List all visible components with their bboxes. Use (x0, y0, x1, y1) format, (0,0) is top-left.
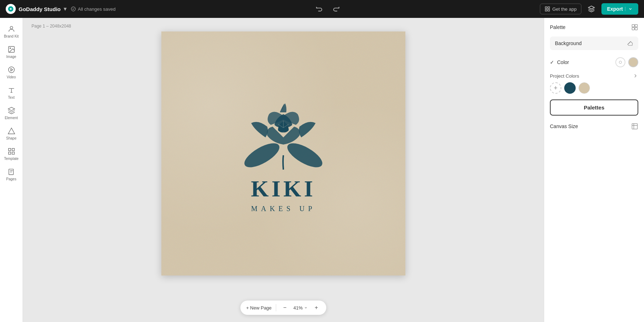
sidebar-item-pages[interactable]: Pages (2, 165, 21, 184)
saved-status: All changes saved (71, 6, 116, 12)
zoom-minus-button[interactable]: − (280, 303, 289, 312)
svg-rect-5 (548, 9, 550, 11)
undo-button[interactable] (313, 3, 325, 15)
sidebar-item-shape[interactable]: Shape (2, 124, 21, 143)
logo[interactable]: GoDaddy Studio ▾ (6, 4, 67, 14)
palette-label: Palette (550, 24, 566, 30)
project-colors-expand[interactable] (633, 73, 638, 79)
palettes-button[interactable]: Palettes (550, 99, 638, 116)
svg-rect-26 (632, 124, 638, 129)
svg-point-1 (71, 7, 75, 11)
svg-point-7 (10, 26, 13, 29)
sidebar-image-label: Image (6, 55, 16, 59)
main-layout: Brand Kit Image Video Text Element (0, 18, 644, 322)
svg-rect-2 (545, 7, 547, 9)
svg-point-17 (241, 138, 283, 172)
project-colors-section: Project Colors + (550, 73, 638, 94)
bottom-bar: + New Page − 41% + (240, 301, 326, 315)
export-button[interactable]: Export (601, 3, 638, 15)
brand-dropdown[interactable]: ▾ (64, 6, 67, 12)
svg-rect-4 (545, 9, 547, 11)
background-row[interactable]: Background (550, 36, 638, 50)
page-label: Page 1 – 2048x2048 (31, 24, 71, 29)
sidebar-item-template[interactable]: Template (2, 145, 21, 164)
svg-rect-14 (8, 152, 10, 154)
shape-icon (8, 127, 15, 135)
svg-point-10 (8, 67, 14, 73)
canvas-size-row: Canvas Size (550, 123, 638, 130)
svg-rect-15 (12, 152, 14, 154)
zoom-value[interactable]: 41% (293, 305, 308, 311)
canvas-size-button[interactable] (631, 123, 638, 130)
svg-point-9 (10, 48, 11, 49)
image-icon (8, 45, 15, 53)
canvas-content: KIKI MAKES UP (161, 31, 405, 275)
svg-marker-6 (588, 6, 594, 9)
swatch-cream[interactable] (579, 82, 590, 94)
color-row: ✓ Color (550, 57, 638, 67)
svg-line-25 (629, 42, 631, 44)
svg-rect-12 (8, 148, 10, 151)
svg-rect-3 (548, 7, 550, 9)
sidebar-item-text[interactable]: Text (2, 83, 21, 102)
palette-swatch-button[interactable] (631, 24, 638, 31)
element-icon (8, 107, 15, 114)
sidebar-video-label: Video (7, 75, 16, 79)
nav-center-controls (313, 3, 342, 15)
brand-title: KIKI (251, 177, 316, 200)
canvas-card[interactable]: KIKI MAKES UP (161, 31, 405, 275)
sidebar-template-label: Template (4, 157, 19, 161)
background-label: Background (555, 40, 582, 46)
logo-icon (6, 4, 16, 14)
color-swatch-empty-button[interactable] (615, 57, 625, 67)
sidebar-item-image[interactable]: Image (2, 43, 21, 62)
nav-right-controls: Get the app Export (540, 3, 638, 15)
canvas-size-label: Canvas Size (550, 123, 578, 129)
add-color-button[interactable]: + (550, 82, 561, 94)
sidebar-pages-label: Pages (6, 177, 16, 181)
color-check-icon: ✓ (550, 59, 554, 65)
background-eraser-button[interactable] (627, 40, 633, 47)
sidebar-text-label: Text (8, 96, 14, 99)
sidebar-shape-label: Shape (6, 136, 16, 140)
text-icon (8, 86, 15, 94)
new-page-button[interactable]: + New Page (246, 305, 272, 311)
export-chevron (625, 7, 633, 11)
svg-rect-22 (635, 25, 638, 27)
svg-rect-23 (632, 28, 635, 30)
project-colors-header: Project Colors (550, 73, 638, 79)
project-colors-label: Project Colors (550, 73, 579, 79)
brand-kit-icon (8, 25, 15, 33)
sidebar-item-video[interactable]: Video (2, 63, 21, 82)
svg-rect-21 (632, 25, 635, 27)
layers-button[interactable] (586, 3, 597, 15)
svg-marker-11 (11, 68, 13, 71)
brand-subtitle: MAKES UP (251, 205, 316, 213)
canvas-area[interactable]: Page 1 – 2048x2048 (23, 18, 544, 322)
left-sidebar: Brand Kit Image Video Text Element (0, 18, 23, 322)
sidebar-item-element[interactable]: Element (2, 104, 21, 123)
swatch-dark-teal[interactable] (564, 82, 576, 94)
right-panel: Palette Background ✓ Color Project Color… (544, 18, 644, 322)
pages-icon (8, 168, 15, 176)
project-colors-swatches: + (550, 82, 638, 94)
zoom-plus-button[interactable]: + (312, 303, 321, 312)
redo-button[interactable] (331, 3, 342, 15)
get-app-button[interactable]: Get the app (540, 4, 581, 14)
video-icon (8, 66, 15, 74)
template-icon (8, 147, 15, 155)
color-label: Color (557, 59, 613, 65)
svg-point-18 (284, 138, 326, 172)
rose-illustration (240, 94, 326, 173)
top-navigation: GoDaddy Studio ▾ All changes saved Get t… (0, 0, 644, 18)
color-swatch-cream-button[interactable] (628, 57, 638, 67)
canvas-wrapper: KIKI MAKES UP (161, 31, 405, 275)
zoom-divider (276, 304, 276, 311)
brand-name: GoDaddy Studio (19, 6, 61, 12)
swatch-inner (619, 61, 622, 64)
sidebar-brand-kit-label: Brand Kit (4, 34, 19, 38)
sidebar-item-brand-kit[interactable]: Brand Kit (2, 22, 21, 41)
svg-rect-13 (12, 148, 14, 151)
svg-rect-24 (635, 28, 638, 30)
sidebar-element-label: Element (5, 116, 18, 120)
